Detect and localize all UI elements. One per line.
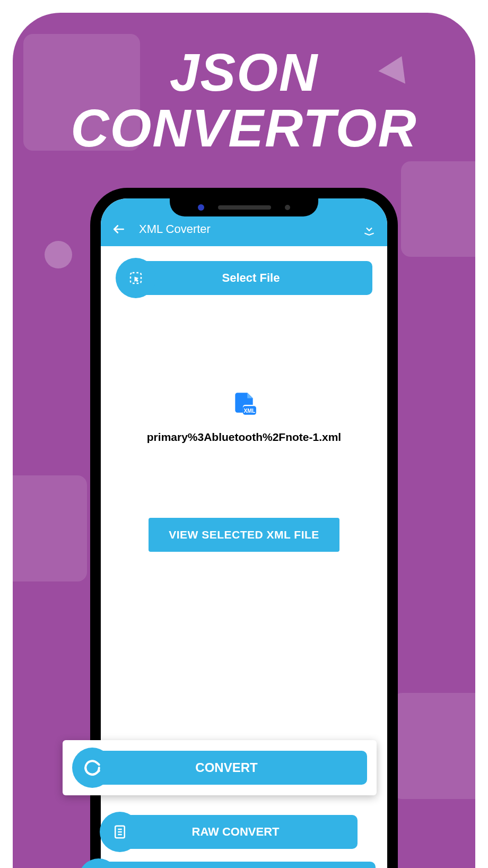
screen-body: Select File XML primary%3Abluetooth%2Fno… (101, 246, 387, 552)
cursor-icon (128, 270, 144, 286)
view-selected-file-button[interactable]: VIEW SELECTED XML FILE (149, 518, 339, 552)
raw-convert-label: RAW CONVERT (192, 825, 280, 839)
raw-convert-button[interactable]: RAW CONVERT (100, 815, 358, 849)
select-file-label: Select File (222, 271, 280, 285)
download-button[interactable] (362, 222, 377, 237)
arrow-left-icon (112, 222, 126, 236)
phone-notch (170, 198, 318, 216)
convert-card: CONVERT (63, 740, 377, 795)
sensor-dot (285, 205, 290, 210)
svg-text:XML: XML (243, 408, 256, 414)
convert-icon-circle (72, 748, 112, 788)
selected-file-area: XML primary%3Abluetooth%2Fnote-1.xml (147, 390, 341, 444)
decoration-circle (45, 241, 72, 268)
selected-file-name: primary%3Abluetooth%2Fnote-1.xml (147, 431, 341, 444)
select-file-icon-circle (116, 258, 156, 298)
promo-title-line2: CONVERTOR (71, 98, 417, 158)
select-file-button[interactable]: Select File (116, 261, 372, 295)
refresh-icon (83, 759, 101, 777)
text-format-button[interactable]: Text Format TT (79, 862, 376, 868)
raw-convert-row: RAW CONVERT (100, 815, 358, 849)
xml-file-icon: XML (231, 390, 257, 417)
convert-label: CONVERT (195, 760, 257, 775)
text-format-row: Text Format TT (79, 862, 376, 868)
appbar-title: XML Coverter (139, 222, 349, 236)
back-button[interactable] (111, 222, 126, 237)
decoration-square (390, 693, 475, 799)
decoration-square (401, 161, 475, 257)
view-button-label: VIEW SELECTED XML FILE (169, 528, 319, 541)
speaker-slot (218, 205, 271, 210)
camera-dot (198, 204, 204, 211)
document-list-icon (112, 824, 128, 840)
download-icon (362, 222, 376, 236)
decoration-square (13, 475, 87, 581)
raw-convert-icon-circle (100, 812, 140, 852)
promo-title-line1: JSON (170, 42, 318, 102)
promo-title: JSON CONVERTOR (13, 45, 475, 156)
convert-button[interactable]: CONVERT (72, 751, 367, 785)
